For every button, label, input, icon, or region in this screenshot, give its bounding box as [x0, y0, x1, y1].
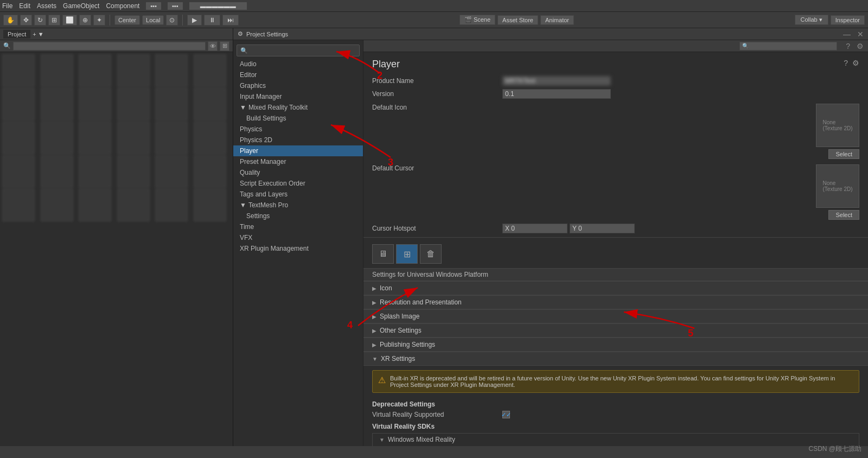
animator-tab[interactable]: Animator: [540, 15, 574, 25]
sidebar-item-physics[interactable]: Physics: [233, 124, 363, 135]
settings-minimize[interactable]: —: [843, 30, 851, 39]
asset-store-tab[interactable]: Asset Store: [497, 15, 538, 25]
sidebar-item-physics2d[interactable]: Physics 2D: [233, 135, 363, 145]
xr-triangle: ▼: [372, 356, 378, 362]
tool-scale[interactable]: ⊞: [48, 15, 60, 26]
sidebar-item-textmesh-settings[interactable]: Settings: [233, 211, 363, 221]
tile30: [194, 189, 226, 221]
cursor-hotspot-y[interactable]: Y 0: [570, 224, 635, 233]
menu-file[interactable]: File: [2, 2, 12, 10]
section-resolution[interactable]: ▶ Resolution and Presentation: [363, 295, 868, 309]
section-icon[interactable]: ▶ Icon: [363, 281, 868, 295]
sidebar-item-mrt[interactable]: ▼ Mixed Reality Toolkit: [233, 102, 363, 113]
help-icon-2[interactable]: ?: [844, 59, 848, 67]
main-window: File Edit Assets GameObject Component ▪▪…: [0, 0, 868, 458]
settings-icon[interactable]: ⚙: [857, 42, 864, 50]
eye-icon-btn[interactable]: 👁: [208, 41, 218, 51]
platform-tab-windows[interactable]: ⊞: [396, 244, 418, 264]
platform-tab-other[interactable]: 🗑: [420, 244, 442, 264]
menu-component[interactable]: Component: [106, 2, 139, 10]
sidebar-item-quality[interactable]: Quality: [233, 167, 363, 178]
search-icon: 🔍: [3, 42, 11, 49]
menu-extra1[interactable]: ▪▪▪: [146, 2, 161, 10]
settings-window: ⚙ Project Settings — ✕ 🔍 Audio Editor Gr…: [233, 28, 868, 446]
main-layout: Project + ▼ 🔍 👁 ⊞: [0, 28, 868, 446]
section-publishing[interactable]: ▶ Publishing Settings: [363, 338, 868, 352]
tile13: [2, 122, 35, 154]
scene-tab[interactable]: 🎬 Scene: [459, 15, 495, 25]
tile8: [41, 88, 73, 120]
inspector-tab[interactable]: Inspector: [831, 15, 865, 25]
cursor-hotspot-row: Cursor Hotspot X 0 Y 0: [363, 222, 868, 235]
tool-hand[interactable]: ✋: [3, 15, 18, 26]
center-button[interactable]: Center: [114, 15, 140, 25]
tile1: [2, 54, 35, 87]
sidebar-item-audio[interactable]: Audio: [233, 59, 363, 69]
wmr-expand-icon[interactable]: ▼: [379, 437, 385, 443]
section-splash[interactable]: ▶ Splash Image: [363, 309, 868, 323]
sidebar-item-textmesh[interactable]: ▼ TextMesh Pro: [233, 200, 363, 211]
filter-icon-btn[interactable]: ⊞: [220, 41, 229, 51]
mrt-label: Mixed Reality Toolkit: [248, 104, 308, 111]
main-search-input[interactable]: [749, 43, 834, 49]
product-name-value[interactable]: MRTKTest: [502, 76, 611, 86]
default-cursor-label: Default Cursor: [372, 164, 502, 172]
tool-rotate[interactable]: ↻: [34, 15, 46, 26]
sidebar-item-tags-layers[interactable]: Tags and Layers: [233, 189, 363, 200]
platform-tab-desktop[interactable]: 🖥: [372, 244, 394, 264]
local-button[interactable]: Local: [142, 15, 164, 25]
tool-move[interactable]: ✥: [20, 15, 32, 26]
vr-supported-checkbox[interactable]: ✓: [502, 411, 510, 418]
default-cursor-select-btn[interactable]: Select: [828, 210, 859, 220]
menu-extra3[interactable]: ▬▬▬▬▬▬: [189, 2, 247, 10]
sidebar-item-vfx[interactable]: VFX: [233, 232, 363, 243]
default-icon-select-btn[interactable]: Select: [828, 149, 859, 159]
tile26: [41, 189, 73, 221]
menu-edit[interactable]: Edit: [19, 2, 30, 10]
settings-close[interactable]: ✕: [857, 30, 864, 39]
sidebar-item-editor[interactable]: Editor: [233, 69, 363, 80]
sdk-list: ▼ Windows Mixed Reality Depth Format 24-…: [372, 433, 859, 446]
sidebar-item-graphics[interactable]: Graphics: [233, 80, 363, 91]
help-icon[interactable]: ?: [846, 42, 850, 50]
tile15: [79, 122, 111, 154]
tool-dot[interactable]: ⊙: [166, 15, 178, 26]
tool-custom[interactable]: ✦: [93, 15, 105, 26]
collab-button[interactable]: Collab ▾: [795, 15, 828, 25]
divider1: [363, 237, 868, 238]
sidebar-item-time[interactable]: Time: [233, 221, 363, 232]
section-xr[interactable]: ▼ XR Settings: [363, 352, 868, 366]
step-button[interactable]: ⏭: [222, 15, 239, 26]
sidebar-item-player[interactable]: Player: [233, 145, 363, 156]
menu-assets[interactable]: Assets: [37, 2, 56, 10]
cursor-hotspot-x[interactable]: X 0: [502, 224, 567, 233]
pause-button[interactable]: ⏸: [204, 15, 220, 26]
tile9: [79, 88, 111, 120]
xr-warning-box: ⚠ Built-in XR is deprecated and will be …: [372, 370, 859, 393]
sidebar-search-icon: 🔍: [240, 47, 248, 54]
sidebar-item-input-manager[interactable]: Input Manager: [233, 91, 363, 102]
settings-icon-2[interactable]: ⚙: [852, 59, 859, 67]
publishing-section-label: Publishing Settings: [380, 341, 435, 348]
sidebar-item-xr-plugin[interactable]: XR Plugin Management: [233, 243, 363, 254]
menu-extra2[interactable]: ▪▪▪: [168, 2, 183, 10]
separator2: [182, 15, 183, 26]
add-btn[interactable]: + ▼: [33, 31, 43, 37]
tile18: [194, 122, 226, 154]
version-value[interactable]: 0.1: [502, 89, 611, 99]
player-title: Player: [372, 59, 400, 70]
section-other[interactable]: ▶ Other Settings: [363, 323, 868, 338]
tab-project[interactable]: Project: [3, 30, 30, 39]
sidebar-item-script-exec[interactable]: Script Execution Order: [233, 178, 363, 189]
play-button[interactable]: ▶: [187, 15, 202, 26]
sidebar-search-input[interactable]: [248, 47, 356, 54]
tool-transform[interactable]: ⊕: [79, 15, 91, 26]
sidebar-item-preset-manager[interactable]: Preset Manager: [233, 156, 363, 167]
xr-warning-text: Built-in XR is deprecated and will be re…: [390, 375, 853, 388]
uwp-settings-label: Settings for Universal Windows Platform: [363, 269, 868, 281]
menu-gameobject[interactable]: GameObject: [63, 2, 99, 10]
tool-rect[interactable]: ⬜: [62, 15, 77, 26]
sidebar-item-build-settings[interactable]: Build Settings: [233, 113, 363, 124]
textmesh-label: TextMesh Pro: [248, 201, 288, 209]
project-search-input[interactable]: [13, 42, 206, 50]
